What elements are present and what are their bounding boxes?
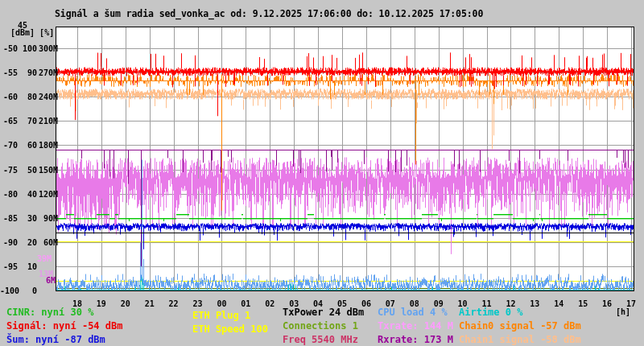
legend-item: CPU load 4 % <box>378 307 448 318</box>
y-axis-row: -7060180M <box>0 141 56 149</box>
y-tick-dbm: -85 <box>0 214 18 223</box>
y-tick-pct: 60 <box>19 141 37 150</box>
x-tick-hour: 13 <box>522 299 547 308</box>
legend-item: Connections 1 <box>283 320 358 332</box>
y-tick-rate: 210M <box>37 117 58 126</box>
y-tick-dbm: -55 <box>0 68 18 77</box>
y-tick-pct: 90 <box>19 68 37 77</box>
y-tick-dbm: -75 <box>0 166 18 175</box>
y-tick-dbm: -70 <box>0 141 18 150</box>
x-tick-hour: 15 <box>571 299 595 308</box>
y-tick-rate: 270M <box>37 68 58 77</box>
y-tick-rate: 240M <box>37 93 58 101</box>
x-tick-hour: 21 <box>138 299 162 308</box>
legend-item: Airtime 0 % <box>459 307 522 318</box>
y-axis-row: -1000 <box>0 286 56 295</box>
y-tick-rate: 180M <box>37 141 58 150</box>
y-tick-rate: 90M <box>37 214 58 223</box>
y-tick-rate-extra: 6M <box>46 276 56 285</box>
y-tick-pct: 20 <box>19 238 37 247</box>
x-tick-hour: 00 <box>209 299 233 308</box>
y-tick-dbm: -95 <box>0 262 18 271</box>
y-tick-rate-extra: 39M <box>37 254 52 263</box>
y-tick-pct: 100 <box>19 44 37 53</box>
legend-item: ETH Plug 1 <box>192 310 250 321</box>
y-axis-row: -7550150M <box>0 166 56 174</box>
y-axis-row: -853090M <box>0 214 56 222</box>
legend-item: Freq 5540 MHz <box>283 334 358 345</box>
x-tick-hour: 22 <box>162 299 186 308</box>
legend-item: Chain1 signal -58 dBm <box>459 334 581 345</box>
legend-item: Signál: nyní -54 dBm <box>6 320 123 332</box>
signal-noise-chart <box>0 0 644 346</box>
y-tick-rate: 120M <box>37 190 58 199</box>
y-tick-pct: 50 <box>19 166 37 175</box>
y-tick-dbm: -80 <box>0 190 18 199</box>
y-tick-pct: 0 <box>19 286 37 295</box>
radio-signal-graph-window: Signál a šum radia sed_vonka_ac od: 9.12… <box>0 0 644 346</box>
x-tick-hour: 02 <box>258 299 282 308</box>
y-tick-dbm: -50 <box>0 44 18 53</box>
x-tick-hour: 20 <box>114 299 138 308</box>
legend-item: CINR: nyní 30 % <box>6 307 93 318</box>
x-axis-unit-label: [h] <box>616 307 630 316</box>
x-tick-hour: 14 <box>547 299 571 308</box>
page-title: Signál a šum radia sed_vonka_ac od: 9.12… <box>55 10 483 19</box>
y-tick-pct: 40 <box>19 190 37 199</box>
y-tick-dbm: -90 <box>0 238 18 247</box>
x-tick-hour: 23 <box>186 299 210 308</box>
y-tick-dbm: -100 <box>0 286 18 295</box>
y-tick-rate: 150M <box>37 166 58 175</box>
y-tick-dbm: -65 <box>0 117 18 126</box>
legend-item: ETH Speed 100 <box>192 323 268 335</box>
legend-item: TxPower 24 dBm <box>283 307 364 318</box>
y-tick-dbm: -60 <box>0 93 18 101</box>
y-axis-row: -8040120M <box>0 190 56 198</box>
legend-item: Chain0 signal -57 dBm <box>459 320 581 332</box>
y-tick-pct: 70 <box>19 117 37 126</box>
y-axis-row: -6080240M <box>0 93 56 101</box>
y-tick-pct: 30 <box>19 214 37 223</box>
legend-item: Txrate: 144 M <box>378 320 453 332</box>
y-axis-row: -5590270M <box>0 68 56 76</box>
legend-item: Šum: nyní -87 dBm <box>6 334 105 345</box>
y-axis-row: -902060M <box>0 238 56 246</box>
x-tick-hour: 01 <box>233 299 258 308</box>
y-axis-units-label: [dBm] [%] <box>10 29 54 37</box>
y-axis-row: -50100300M <box>0 44 56 52</box>
y-axis-row: -6570210M <box>0 117 56 125</box>
y-tick-pct: 10 <box>19 262 37 271</box>
y-tick-rate: 300M <box>37 44 58 53</box>
legend-item: Rxrate: 173 M <box>378 334 453 345</box>
y-tick-rate: 60M <box>37 238 58 247</box>
y-tick-pct: 80 <box>19 93 37 101</box>
